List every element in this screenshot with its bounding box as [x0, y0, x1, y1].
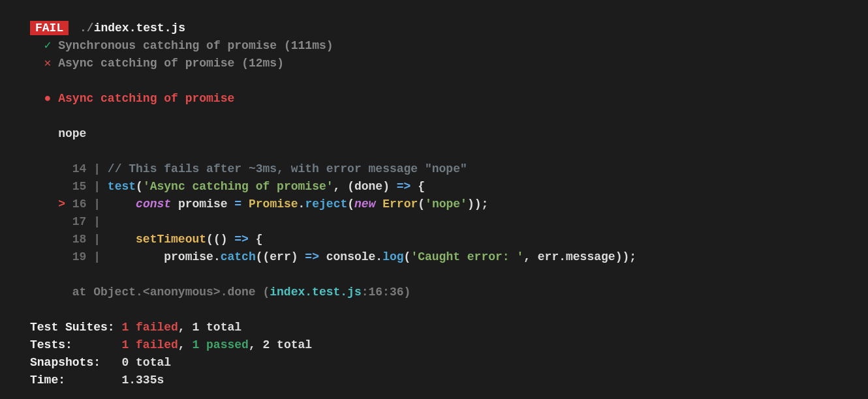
check-icon: ✓ [44, 39, 52, 52]
test-fail-name: Async catching of promise [58, 57, 234, 70]
line-num-19: 19 [72, 250, 87, 263]
line-num-15: 15 [72, 180, 87, 193]
terminal-output: FAIL ./index.test.js ✓ Synchronous catch… [30, 20, 838, 389]
test-pass-name: Synchronous catching of promise [58, 39, 277, 52]
summary-snaps-label: Snapshots: [30, 356, 101, 369]
line-num-17: 17 [72, 215, 87, 228]
summary-tests-pass: 1 passed [192, 338, 248, 351]
cross-icon: ✕ [44, 57, 52, 70]
stack-prefix: at Object.<anonymous>.done ( [72, 286, 270, 299]
summary-suites-fail: 1 failed [121, 321, 178, 334]
file-path-name: index.test.js [94, 22, 185, 35]
line-num-16: 16 [72, 198, 87, 211]
error-line-arrow-icon: > [58, 198, 65, 211]
line-num-14: 14 [72, 162, 87, 175]
failure-message: nope [58, 127, 86, 140]
file-path-prefix: ./ [80, 22, 94, 35]
summary-tests-label: Tests: [30, 338, 72, 351]
test-pass-time: (111ms) [284, 39, 333, 52]
summary-suites-label: Test Suites: [30, 321, 115, 334]
failure-title: Async catching of promise [58, 92, 234, 105]
fail-badge: FAIL [30, 21, 69, 35]
summary-tests-fail: 1 failed [121, 338, 178, 351]
code-comment: // This fails after ~3ms, with error mes… [108, 162, 467, 175]
stack-file: index.test.js [270, 286, 361, 299]
line-num-18: 18 [72, 233, 87, 246]
test-fail-time: (12ms) [241, 57, 284, 70]
bullet-icon: ● [44, 92, 52, 105]
summary-time-label: Time: [30, 374, 65, 387]
stack-loc: :16:36 [362, 286, 404, 299]
